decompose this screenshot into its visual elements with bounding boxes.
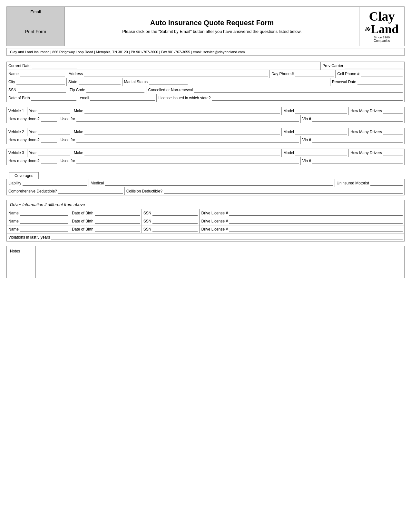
v1-make-input[interactable]	[84, 109, 280, 113]
current-date-input[interactable]	[32, 64, 77, 68]
email-button[interactable]: Email	[7, 7, 64, 17]
email-field-label: email	[80, 95, 89, 101]
d3-name-label: Name	[8, 226, 19, 232]
v2-vin-input[interactable]	[312, 138, 403, 143]
collision-deductible-group: Collision Deductible?	[125, 187, 404, 195]
v2-label-group: Vehicle 2	[7, 128, 27, 136]
vehicle1-row1: Vehicle 1 Year Make Model How Many Drive…	[7, 107, 404, 115]
cell-phone-input[interactable]	[361, 72, 403, 76]
v3-model-label: Model	[283, 150, 294, 156]
v2-drivers-input[interactable]	[383, 130, 403, 134]
d1-name-label: Name	[8, 210, 19, 216]
v2-vin-group: Vin #	[301, 136, 404, 144]
violations-input[interactable]	[51, 235, 403, 240]
v1-drivers-input[interactable]	[383, 109, 403, 113]
address-input[interactable]	[84, 72, 268, 76]
v2-label: Vehicle 2	[8, 129, 24, 135]
v3-year-input[interactable]	[38, 151, 70, 155]
d3-ssn-input[interactable]	[152, 227, 198, 232]
v2-year-input[interactable]	[38, 130, 70, 134]
v2-drivers-label: How Many Drivers	[350, 129, 382, 135]
logo-companies: Companies	[365, 39, 399, 43]
v2-model-group: Model	[282, 128, 349, 136]
cancelled-input[interactable]	[194, 88, 403, 93]
license-state-input[interactable]	[212, 96, 403, 101]
dob-input[interactable]	[31, 96, 76, 101]
d1-dob-input[interactable]	[95, 211, 140, 216]
zip-code-input[interactable]	[86, 88, 144, 93]
v2-doors-input[interactable]	[41, 138, 57, 143]
uninsured-label: Uninsured Motorist	[337, 180, 369, 186]
address-label: Address	[69, 71, 83, 77]
driver2-row: Name Date of Birth SSN Drive License #	[7, 217, 404, 225]
d2-ssn-group: SSN	[142, 217, 200, 225]
print-button[interactable]: Print Form	[7, 17, 64, 46]
liability-input[interactable]	[23, 181, 87, 186]
uninsured-input[interactable]	[370, 181, 403, 186]
vehicle3-row1: Vehicle 3 Year Make Model How Many Drive…	[7, 149, 404, 157]
d1-name-input[interactable]	[20, 211, 68, 216]
v3-usedfor-input[interactable]	[76, 159, 299, 163]
v2-doors-group: How many doors?	[7, 136, 59, 144]
liability-group: Liability	[7, 179, 89, 187]
v2-usedfor-label: Used for	[61, 137, 75, 143]
v1-usedfor-input[interactable]	[76, 117, 299, 122]
notes-input[interactable]	[36, 246, 404, 278]
name-label: Name	[8, 71, 19, 77]
cell-phone-label: Cell Phone #	[337, 71, 359, 77]
state-input[interactable]	[79, 80, 121, 84]
d1-ssn-input[interactable]	[152, 211, 198, 216]
ssn-label: SSN	[8, 87, 16, 93]
v3-model-input[interactable]	[295, 151, 347, 155]
d2-name-input[interactable]	[20, 219, 68, 224]
prev-carrier-input[interactable]	[345, 64, 403, 68]
v3-year-group: Year	[27, 149, 72, 157]
collision-deductible-input[interactable]	[164, 189, 403, 194]
v1-doors-input[interactable]	[41, 117, 57, 122]
marital-status-input[interactable]	[149, 80, 188, 84]
city-group: City	[7, 78, 67, 86]
v2-usedfor-group: Used for	[59, 136, 301, 144]
v1-model-label: Model	[283, 108, 294, 114]
d2-ssn-input[interactable]	[152, 219, 198, 224]
d3-dl-input[interactable]	[229, 227, 403, 232]
email-field-input[interactable]	[90, 96, 155, 101]
v3-vin-input[interactable]	[312, 159, 403, 163]
comp-deductible-input[interactable]	[58, 189, 123, 194]
d3-name-group: Name	[7, 225, 70, 233]
d1-dl-input[interactable]	[229, 211, 403, 216]
cell-phone-group: Cell Phone #	[336, 70, 404, 78]
d2-dob-input[interactable]	[95, 219, 140, 224]
day-phone-input[interactable]	[295, 72, 334, 76]
logo-land: Land	[371, 23, 399, 35]
d2-dl-input[interactable]	[229, 219, 403, 224]
name-input[interactable]	[20, 72, 65, 76]
v1-model-input[interactable]	[295, 109, 347, 113]
d2-name-group: Name	[7, 217, 70, 225]
city-input[interactable]	[16, 80, 65, 84]
v3-label-group: Vehicle 3	[7, 149, 27, 157]
d3-ssn-group: SSN	[142, 225, 200, 233]
medical-input[interactable]	[105, 181, 333, 186]
d1-dob-group: Date of Birth	[70, 209, 142, 217]
v3-drivers-input[interactable]	[383, 151, 403, 155]
coverages-body: Liability Medical Uninsured Motorist Com…	[6, 179, 405, 195]
v1-vin-input[interactable]	[312, 117, 403, 122]
v2-model-input[interactable]	[295, 130, 347, 134]
d3-dob-input[interactable]	[95, 227, 140, 232]
v1-year-input[interactable]	[38, 109, 70, 113]
v2-make-input[interactable]	[84, 130, 280, 134]
v2-usedfor-input[interactable]	[76, 138, 299, 143]
d2-dob-group: Date of Birth	[70, 217, 142, 225]
driver-info-header: Driver Information if different from abo…	[7, 200, 404, 209]
v1-year-group: Year	[27, 107, 72, 115]
collision-deductible-label: Collision Deductible?	[126, 188, 162, 194]
d3-name-input[interactable]	[20, 227, 68, 232]
d1-dob-label: Date of Birth	[72, 210, 93, 216]
violations-row: Violations in last 5 years	[7, 233, 404, 241]
v3-make-input[interactable]	[84, 151, 280, 155]
v1-make-label: Make	[74, 108, 83, 114]
v3-doors-input[interactable]	[41, 159, 57, 163]
ssn-input[interactable]	[18, 88, 66, 93]
renewal-date-input[interactable]	[357, 80, 403, 84]
